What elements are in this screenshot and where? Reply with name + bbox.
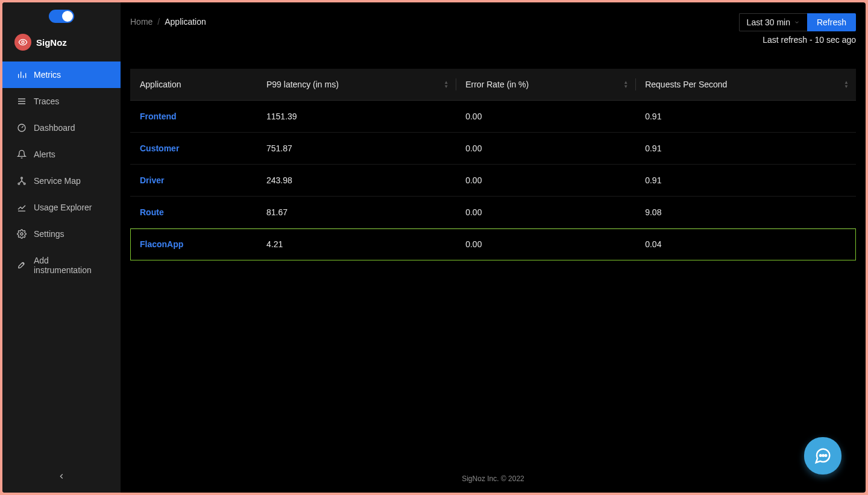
deployment-icon bbox=[17, 176, 27, 186]
cell-rps: 0.91 bbox=[635, 133, 856, 165]
svg-point-13 bbox=[20, 233, 23, 235]
cell-p99: 81.67 bbox=[257, 197, 456, 229]
dashboard-icon bbox=[17, 123, 27, 133]
cell-p99: 1151.39 bbox=[257, 101, 456, 133]
time-range-label: Last 30 min bbox=[747, 17, 790, 27]
menu-icon bbox=[17, 96, 27, 106]
footer-text: SigNoz Inc. © 2022 bbox=[121, 475, 866, 483]
sidebar-item-usage-explorer[interactable]: Usage Explorer bbox=[2, 194, 121, 221]
main-content: Home / Application Last 30 min Refresh L… bbox=[121, 2, 866, 493]
table-row[interactable]: Route 81.67 0.00 9.08 bbox=[130, 197, 856, 229]
brand-logo-icon bbox=[14, 34, 31, 51]
cell-err: 0.00 bbox=[456, 165, 635, 197]
rocket-icon bbox=[17, 260, 27, 270]
column-header-error-rate[interactable]: Error Rate (in %) ▲▼ bbox=[456, 69, 635, 101]
cell-err: 0.00 bbox=[456, 101, 635, 133]
sidebar-item-settings[interactable]: Settings bbox=[2, 221, 121, 247]
column-header-p99[interactable]: P99 latency (in ms) ▲▼ bbox=[257, 69, 456, 101]
sidebar-item-alerts[interactable]: Alerts bbox=[2, 141, 121, 168]
sidebar-nav: Metrics Traces Dashboard Alerts bbox=[2, 61, 121, 283]
svg-point-9 bbox=[21, 177, 23, 179]
sidebar-item-label: Settings bbox=[34, 229, 64, 239]
cell-p99: 4.21 bbox=[257, 229, 456, 260]
cell-err: 0.00 bbox=[456, 197, 635, 229]
cell-rps: 0.91 bbox=[635, 165, 856, 197]
cell-rps: 0.91 bbox=[635, 101, 856, 133]
svg-point-0 bbox=[22, 41, 24, 43]
sidebar-collapse-button[interactable] bbox=[2, 467, 121, 485]
sidebar-item-label: Add instrumentation bbox=[34, 256, 106, 275]
sidebar-item-label: Usage Explorer bbox=[34, 203, 92, 212]
sort-icon: ▲▼ bbox=[844, 80, 849, 89]
bell-icon bbox=[17, 150, 27, 159]
column-header-application[interactable]: Application bbox=[130, 69, 257, 101]
sort-icon: ▲▼ bbox=[623, 80, 628, 89]
cell-err: 0.00 bbox=[456, 133, 635, 165]
sidebar-item-label: Dashboard bbox=[34, 123, 75, 133]
refresh-button[interactable]: Refresh bbox=[807, 13, 856, 31]
header: Home / Application Last 30 min Refresh L… bbox=[121, 2, 866, 45]
app-link[interactable]: Driver bbox=[130, 165, 257, 197]
sidebar-item-dashboard[interactable]: Dashboard bbox=[2, 115, 121, 141]
sidebar: SigNoz Metrics Traces Dashboard bbox=[2, 2, 121, 493]
breadcrumb: Home / Application bbox=[130, 13, 206, 27]
cell-p99: 243.98 bbox=[257, 165, 456, 197]
table-row[interactable]: Driver 243.98 0.00 0.91 bbox=[130, 165, 856, 197]
sidebar-item-label: Service Map bbox=[34, 176, 81, 186]
sidebar-item-service-map[interactable]: Service Map bbox=[2, 168, 121, 194]
brand-name: SigNoz bbox=[36, 37, 67, 48]
svg-point-11 bbox=[24, 183, 25, 184]
svg-point-10 bbox=[18, 183, 20, 184]
svg-point-16 bbox=[825, 455, 827, 456]
cell-p99: 751.87 bbox=[257, 133, 456, 165]
time-range-select[interactable]: Last 30 min bbox=[739, 13, 807, 31]
app-link[interactable]: FlaconApp bbox=[130, 229, 257, 260]
app-link[interactable]: Customer bbox=[130, 133, 257, 165]
theme-toggle[interactable] bbox=[49, 10, 74, 23]
sidebar-item-label: Alerts bbox=[34, 150, 55, 159]
sidebar-item-metrics[interactable]: Metrics bbox=[2, 61, 121, 88]
sidebar-item-label: Traces bbox=[34, 96, 59, 106]
last-refresh-text: Last refresh - 10 sec ago bbox=[763, 35, 856, 45]
table-row[interactable]: FlaconApp 4.21 0.00 0.04 bbox=[130, 229, 856, 260]
cell-rps: 9.08 bbox=[635, 197, 856, 229]
bar-chart-icon bbox=[17, 70, 27, 80]
sidebar-item-label: Metrics bbox=[34, 70, 61, 80]
svg-point-15 bbox=[822, 455, 824, 456]
column-header-rps[interactable]: Requests Per Second ▲▼ bbox=[635, 69, 856, 101]
app-link[interactable]: Frontend bbox=[130, 101, 257, 133]
cell-rps: 0.04 bbox=[635, 229, 856, 260]
breadcrumb-current: Application bbox=[165, 17, 206, 27]
chevron-down-icon bbox=[794, 19, 800, 25]
table-row[interactable]: Frontend 1151.39 0.00 0.91 bbox=[130, 101, 856, 133]
svg-point-14 bbox=[820, 455, 822, 456]
app-link[interactable]: Route bbox=[130, 197, 257, 229]
cell-err: 0.00 bbox=[456, 229, 635, 260]
gear-icon bbox=[17, 229, 27, 239]
breadcrumb-home[interactable]: Home bbox=[130, 17, 153, 27]
sidebar-item-traces[interactable]: Traces bbox=[2, 88, 121, 115]
chat-widget-button[interactable] bbox=[804, 437, 841, 475]
brand[interactable]: SigNoz bbox=[2, 28, 121, 61]
breadcrumb-separator: / bbox=[157, 17, 160, 27]
sidebar-item-add-instrumentation[interactable]: Add instrumentation bbox=[2, 247, 121, 283]
table-row[interactable]: Customer 751.87 0.00 0.91 bbox=[130, 133, 856, 165]
line-chart-icon bbox=[17, 203, 27, 212]
sort-icon: ▲▼ bbox=[444, 80, 448, 89]
applications-table: Application P99 latency (in ms) ▲▼ Error… bbox=[130, 69, 856, 260]
